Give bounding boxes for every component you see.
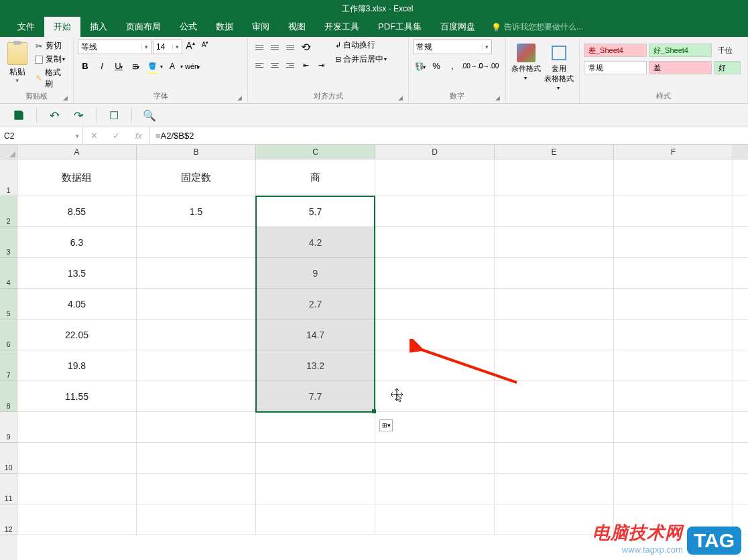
cell[interactable]: 14.7 (256, 320, 375, 350)
cell[interactable] (17, 443, 137, 473)
cell[interactable] (137, 289, 256, 319)
cell[interactable] (614, 289, 733, 319)
cell[interactable] (495, 258, 614, 288)
tab-insert[interactable]: 插入 (80, 17, 117, 37)
cell[interactable] (614, 320, 733, 350)
cell[interactable] (375, 381, 495, 411)
cell[interactable] (375, 227, 495, 257)
align-bottom-button[interactable] (283, 40, 298, 54)
cell[interactable] (137, 350, 256, 380)
row-header-1[interactable]: 1 (0, 159, 17, 196)
dialog-launcher-icon[interactable]: ◢ (495, 94, 500, 101)
cell[interactable]: 13.5 (17, 258, 137, 288)
decrease-font-button[interactable]: A▾ (198, 40, 212, 54)
cell[interactable] (375, 159, 495, 196)
dialog-launcher-icon[interactable]: ◢ (237, 94, 242, 101)
cell[interactable] (495, 289, 614, 319)
col-header-b[interactable]: B (137, 145, 256, 159)
cell[interactable]: 固定数 (137, 159, 256, 196)
confirm-edit-button[interactable]: ✓ (113, 131, 120, 141)
align-right-button[interactable] (283, 58, 298, 72)
cell[interactable] (256, 412, 375, 442)
cells-area[interactable]: 数据组 固定数 商 8.55 1.5 5.7 6.3 4.2 13.5 (17, 159, 748, 560)
cell[interactable]: 4.05 (17, 289, 137, 319)
tab-formulas[interactable]: 公式 (170, 17, 206, 37)
col-header-d[interactable]: D (375, 145, 495, 159)
format-painter-button[interactable]: ✎格式刷 (33, 66, 69, 90)
number-format-combo[interactable]: 常规▾ (413, 40, 492, 54)
font-name-combo[interactable]: 等线▾ (78, 40, 151, 54)
cell[interactable] (495, 443, 614, 473)
cell[interactable] (614, 443, 733, 473)
cell[interactable]: 8.55 (17, 196, 137, 226)
cell[interactable]: 5.7 (256, 196, 375, 226)
style-hao[interactable]: 好 (714, 61, 741, 74)
cell[interactable] (375, 258, 495, 288)
cell[interactable] (137, 443, 256, 473)
phonetic-button[interactable]: wén▾ (185, 59, 200, 74)
conditional-format-button[interactable]: 条件格式 ▾ (510, 44, 542, 81)
col-header-a[interactable]: A (17, 145, 137, 159)
underline-button[interactable]: U▾ (111, 59, 126, 74)
cell[interactable] (17, 412, 137, 442)
chevron-down-icon[interactable]: ▾ (180, 64, 183, 70)
decrease-indent-button[interactable]: ⇤ (298, 58, 313, 72)
comma-button[interactable]: , (445, 59, 460, 74)
style-good[interactable]: 好_Sheet4 (649, 44, 712, 57)
style-normal[interactable]: 常规 (584, 61, 647, 74)
row-header-9[interactable]: 9 (0, 412, 17, 443)
cell[interactable] (495, 159, 614, 196)
cell[interactable] (375, 504, 495, 535)
tab-baidu[interactable]: 百度网盘 (431, 17, 485, 37)
col-header-f[interactable]: F (614, 145, 733, 159)
tab-file[interactable]: 文件 (8, 17, 44, 37)
tab-home[interactable]: 开始 (44, 17, 80, 37)
row-header-8[interactable]: 8 (0, 381, 17, 412)
name-box[interactable]: C2 ▾ (0, 127, 83, 144)
cell[interactable]: 6.3 (17, 227, 137, 257)
row-header-4[interactable]: 4 (0, 258, 17, 289)
font-size-combo[interactable]: 14▾ (153, 40, 182, 54)
cell[interactable] (17, 474, 137, 504)
cell[interactable] (614, 258, 733, 288)
cell[interactable] (137, 412, 256, 442)
orientation-button[interactable]: ⟲▾ (298, 40, 313, 54)
cell[interactable] (375, 320, 495, 350)
cell[interactable]: 9 (256, 258, 375, 288)
chevron-down-icon[interactable]: ▾ (160, 64, 163, 70)
bold-button[interactable]: B (78, 59, 92, 74)
cell[interactable] (495, 320, 614, 350)
cell[interactable] (614, 412, 733, 442)
table-format-button[interactable]: 套用 表格格式 ▾ (544, 44, 576, 91)
col-header-c[interactable]: C (256, 145, 375, 159)
increase-indent-button[interactable]: ⇥ (314, 58, 328, 72)
cell[interactable] (495, 381, 614, 411)
cell[interactable] (375, 289, 495, 319)
row-header-2[interactable]: 2 (0, 196, 17, 227)
wrap-text-button[interactable]: ↲自动换行 (335, 40, 387, 51)
italic-button[interactable]: I (95, 59, 109, 74)
style-diff[interactable]: 差 (649, 61, 712, 74)
tab-view[interactable]: 视图 (279, 17, 315, 37)
cell[interactable]: 13.2 (256, 350, 375, 380)
print-preview-button[interactable]: 🔍 (143, 109, 156, 122)
redo-button[interactable]: ↷▾ (72, 109, 85, 122)
cell[interactable] (137, 320, 256, 350)
cell[interactable] (375, 412, 495, 442)
align-left-button[interactable] (252, 58, 267, 72)
undo-button[interactable]: ↶▾ (48, 109, 61, 122)
cell[interactable]: 22.05 (17, 320, 137, 350)
border-button[interactable]: ⊞▾ (128, 59, 143, 74)
select-all-corner[interactable] (0, 145, 17, 159)
tab-layout[interactable]: 页面布局 (117, 17, 170, 37)
col-header-e[interactable]: E (495, 145, 614, 159)
cell[interactable] (495, 196, 614, 226)
cell[interactable] (614, 381, 733, 411)
touch-mode-button[interactable]: ☐ (107, 109, 121, 122)
cell[interactable] (256, 443, 375, 473)
cell[interactable] (614, 227, 733, 257)
tab-developer[interactable]: 开发工具 (315, 17, 369, 37)
cell[interactable]: 商 (256, 159, 375, 196)
decrease-decimal-button[interactable]: .0→.00 (477, 59, 492, 74)
cell[interactable] (137, 504, 256, 535)
